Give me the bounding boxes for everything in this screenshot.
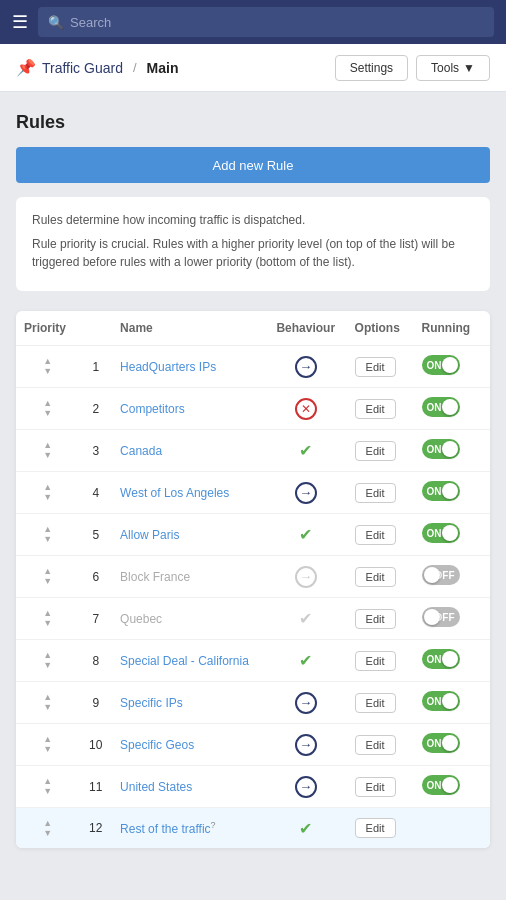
rule-name-cell[interactable]: Special Deal - California [112, 640, 265, 682]
running-toggle[interactable]: ON [422, 439, 460, 459]
rule-name-cell[interactable]: Allow Paris [112, 514, 265, 556]
toggle-track[interactable]: OFF [422, 607, 460, 627]
toggle-track[interactable]: ON [422, 439, 460, 459]
running-toggle[interactable]: ON [422, 397, 460, 417]
arrow-up-icon[interactable]: ▲ [43, 819, 52, 828]
arrow-up-icon[interactable]: ▲ [43, 525, 52, 534]
rule-name: Block France [120, 570, 190, 584]
table-row: ▲ ▼ 4West of Los Angeles→Edit ON [16, 472, 490, 514]
edit-button[interactable]: Edit [355, 399, 396, 419]
arrow-down-icon[interactable]: ▼ [43, 493, 52, 502]
toggle-track[interactable]: ON [422, 775, 460, 795]
add-rule-button[interactable]: Add new Rule [16, 147, 490, 183]
running-toggle[interactable]: ON [422, 733, 460, 753]
running-toggle[interactable]: OFF [422, 607, 460, 627]
arrow-down-icon[interactable]: ▼ [43, 367, 52, 376]
edit-button[interactable]: Edit [355, 735, 396, 755]
priority-arrows: ▲ ▼ [24, 609, 71, 628]
edit-button[interactable]: Edit [355, 693, 396, 713]
edit-button[interactable]: Edit [355, 651, 396, 671]
running-toggle[interactable]: ON [422, 691, 460, 711]
running-toggle[interactable]: ON [422, 481, 460, 501]
behaviour-arrow-icon: → [295, 776, 317, 798]
toggle-label: ON [427, 780, 442, 791]
edit-button[interactable]: Edit [355, 567, 396, 587]
options-cell: Edit [347, 682, 414, 724]
rule-name-cell[interactable]: Rest of the traffic? [112, 808, 265, 849]
toggle-thumb [442, 777, 458, 793]
edit-button[interactable]: Edit [355, 777, 396, 797]
arrow-up-icon[interactable]: ▲ [43, 609, 52, 618]
behaviour-check-icon: ✔ [295, 440, 317, 462]
behaviour-arrow-icon: → [295, 356, 317, 378]
arrow-down-icon[interactable]: ▼ [43, 535, 52, 544]
search-bar[interactable]: 🔍 Search [38, 7, 494, 37]
running-toggle[interactable]: OFF [422, 565, 460, 585]
rule-name-cell[interactable]: HeadQuarters IPs [112, 346, 265, 388]
edit-button[interactable]: Edit [355, 525, 396, 545]
table-row: ▲ ▼ 1HeadQuarters IPs→Edit ON [16, 346, 490, 388]
arrow-down-icon[interactable]: ▼ [43, 787, 52, 796]
toggle-track[interactable]: ON [422, 691, 460, 711]
options-cell: Edit [347, 388, 414, 430]
toggle-track[interactable]: ON [422, 523, 460, 543]
rule-name-cell[interactable]: United States [112, 766, 265, 808]
edit-button[interactable]: Edit [355, 357, 396, 377]
arrow-up-icon[interactable]: ▲ [43, 567, 52, 576]
running-cell: ON [414, 682, 490, 724]
table-row: ▲ ▼ 8Special Deal - California✔Edit ON [16, 640, 490, 682]
running-toggle[interactable]: ON [422, 775, 460, 795]
arrow-down-icon[interactable]: ▼ [43, 703, 52, 712]
arrow-up-icon[interactable]: ▲ [43, 735, 52, 744]
arrow-up-icon[interactable]: ▲ [43, 357, 52, 366]
priority-arrows: ▲ ▼ [24, 567, 71, 586]
toggle-track[interactable]: OFF [422, 565, 460, 585]
arrow-down-icon[interactable]: ▼ [43, 661, 52, 670]
priority-number: 1 [79, 346, 112, 388]
arrow-up-icon[interactable]: ▲ [43, 651, 52, 660]
arrow-down-icon[interactable]: ▼ [43, 409, 52, 418]
arrow-up-icon[interactable]: ▲ [43, 693, 52, 702]
toggle-track[interactable]: ON [422, 481, 460, 501]
behaviour-cell: → [265, 472, 347, 514]
rule-name-cell[interactable]: Canada [112, 430, 265, 472]
arrow-up-icon[interactable]: ▲ [43, 399, 52, 408]
toggle-thumb [442, 525, 458, 541]
arrow-down-icon[interactable]: ▼ [43, 577, 52, 586]
rule-name-cell[interactable]: Specific IPs [112, 682, 265, 724]
edit-button[interactable]: Edit [355, 609, 396, 629]
toggle-track[interactable]: ON [422, 733, 460, 753]
edit-button[interactable]: Edit [355, 441, 396, 461]
running-toggle[interactable]: ON [422, 355, 460, 375]
rule-name: Specific Geos [120, 738, 194, 752]
breadcrumb-left: 📌 Traffic Guard / Main [16, 58, 335, 77]
arrow-down-icon[interactable]: ▼ [43, 745, 52, 754]
info-line-2: Rule priority is crucial. Rules with a h… [32, 235, 474, 271]
arrow-up-icon[interactable]: ▲ [43, 483, 52, 492]
toggle-thumb [442, 735, 458, 751]
hamburger-icon[interactable]: ☰ [12, 11, 28, 33]
arrow-down-icon[interactable]: ▼ [43, 619, 52, 628]
running-toggle[interactable]: ON [422, 523, 460, 543]
main-content: Rules Add new Rule Rules determine how i… [0, 92, 506, 868]
toggle-track[interactable]: ON [422, 649, 460, 669]
toggle-track[interactable]: ON [422, 355, 460, 375]
col-header-behaviour: Behaviour [265, 311, 347, 346]
rule-name-cell[interactable]: Specific Geos [112, 724, 265, 766]
tools-button[interactable]: Tools ▼ [416, 55, 490, 81]
toggle-track[interactable]: ON [422, 397, 460, 417]
edit-button[interactable]: Edit [355, 818, 396, 838]
arrow-down-icon[interactable]: ▼ [43, 451, 52, 460]
arrow-up-icon[interactable]: ▲ [43, 777, 52, 786]
options-cell: Edit [347, 598, 414, 640]
arrow-up-icon[interactable]: ▲ [43, 441, 52, 450]
arrow-down-icon[interactable]: ▼ [43, 829, 52, 838]
rule-name-cell[interactable]: Block France [112, 556, 265, 598]
rule-name-cell[interactable]: Competitors [112, 388, 265, 430]
rule-name-cell[interactable]: Quebec [112, 598, 265, 640]
settings-button[interactable]: Settings [335, 55, 408, 81]
rule-name-cell[interactable]: West of Los Angeles [112, 472, 265, 514]
rule-name: United States [120, 780, 192, 794]
edit-button[interactable]: Edit [355, 483, 396, 503]
running-toggle[interactable]: ON [422, 649, 460, 669]
